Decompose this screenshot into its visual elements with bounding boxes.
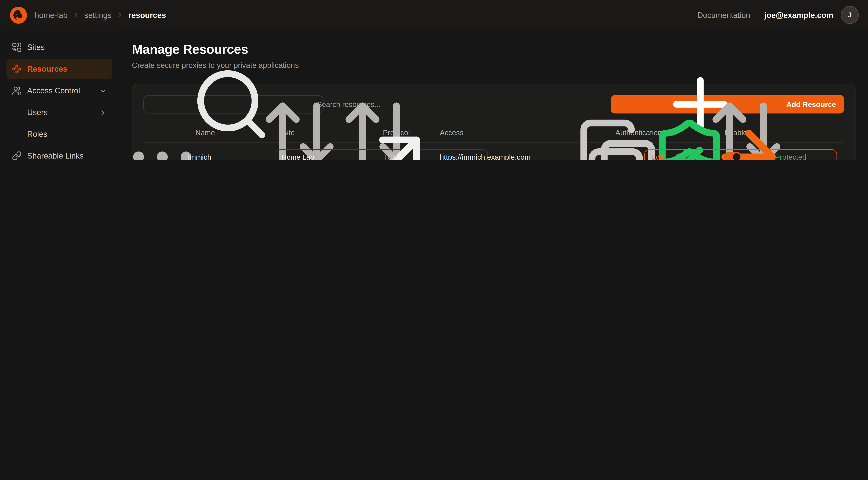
row-menu-button[interactable] bbox=[81, 145, 244, 160]
resources-card: Add Resource Name Site bbox=[132, 84, 856, 160]
sidebar-item-sites[interactable]: Sites bbox=[6, 37, 112, 58]
page-title: Manage Resources bbox=[132, 41, 856, 58]
sidebar-item-label: Shareable Links bbox=[27, 151, 84, 160]
sidebar-item-label: Users bbox=[27, 108, 48, 117]
avatar[interactable]: J bbox=[841, 6, 859, 24]
enabled-toggle[interactable] bbox=[724, 152, 742, 160]
pangolin-logo[interactable] bbox=[9, 6, 28, 24]
link-icon bbox=[12, 151, 22, 160]
user-email[interactable]: joe@example.com bbox=[764, 11, 833, 19]
chevron-right-icon bbox=[99, 109, 107, 117]
combine-icon bbox=[12, 42, 22, 52]
users-icon bbox=[12, 86, 22, 96]
sidebar-item-label: Resources bbox=[27, 65, 67, 73]
topbar: home-lab settings resources Documentatio… bbox=[0, 0, 868, 30]
breadcrumb: home-lab settings resources bbox=[35, 11, 166, 19]
resources-table: Name Site Protocol Access bbox=[143, 123, 844, 160]
breadcrumb-org[interactable]: home-lab bbox=[35, 11, 67, 19]
sidebar-item-label: Access Control bbox=[27, 86, 80, 95]
main-content: Manage Resources Create secure proxies t… bbox=[119, 30, 868, 160]
chevron-right-icon bbox=[72, 11, 80, 19]
toggle-knob bbox=[733, 153, 741, 160]
app-root: home-lab settings resources Documentatio… bbox=[0, 0, 868, 160]
breadcrumb-current: resources bbox=[128, 11, 166, 19]
documentation-link[interactable]: Documentation bbox=[698, 11, 750, 19]
waypoints-icon bbox=[12, 64, 22, 74]
sidebar-item-access-control[interactable]: Access Control bbox=[6, 80, 112, 101]
arrow-right-icon bbox=[667, 145, 830, 160]
avatar-initial: J bbox=[848, 11, 852, 19]
sidebar-item-resources[interactable]: Resources bbox=[6, 59, 112, 79]
chevron-right-icon bbox=[116, 11, 123, 19]
ellipsis-icon bbox=[81, 145, 244, 160]
sidebar-item-label: Roles bbox=[27, 130, 47, 139]
chevron-down-icon bbox=[99, 87, 107, 95]
sidebar-item-label: Sites bbox=[27, 43, 45, 52]
breadcrumb-settings[interactable]: settings bbox=[84, 11, 112, 19]
